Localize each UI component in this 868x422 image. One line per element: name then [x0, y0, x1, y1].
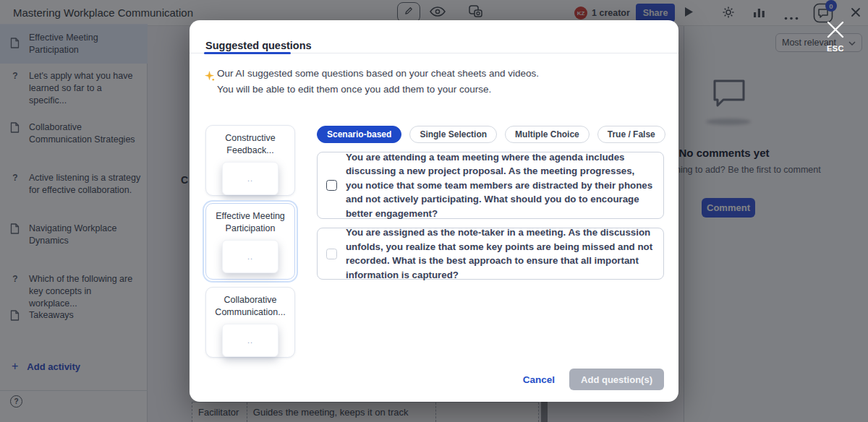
source-card-constructive-feedback[interactable]: Constructive Feedback... ..: [205, 125, 295, 196]
card-thumbnail: ..: [222, 324, 278, 357]
modal-footer: Cancel Add question(s): [523, 369, 664, 390]
cancel-button[interactable]: Cancel: [523, 374, 555, 385]
question-text: You are assigned as the note-taker in a …: [346, 225, 653, 282]
ai-intro-line-2: You will be able to edit them once you a…: [217, 84, 491, 95]
suggested-question-row[interactable]: You are assigned as the note-taker in a …: [317, 228, 664, 280]
question-text: You are attending a team meeting where t…: [346, 150, 653, 221]
tab-active-underline: [204, 52, 291, 54]
ai-intro-line-1: Our AI suggested some questions based on…: [217, 68, 539, 79]
filter-multiple-choice[interactable]: Multiple Choice: [505, 126, 590, 143]
add-questions-button[interactable]: Add question(s): [569, 369, 664, 390]
tab-suggested-questions[interactable]: Suggested questions: [205, 40, 312, 51]
question-checkbox[interactable]: [326, 180, 337, 191]
card-title: Collaborative Communication...: [206, 288, 294, 319]
modal-close-button[interactable]: ESC: [823, 20, 848, 53]
esc-label: ESC: [823, 44, 848, 53]
app-window: Mastering Workplace Communication KZ 1 c…: [0, 0, 868, 422]
suggested-questions-modal: Suggested questions Our AI suggested som…: [190, 20, 678, 402]
suggested-question-row[interactable]: You are attending a team meeting where t…: [317, 152, 664, 219]
source-card-effective-meeting[interactable]: Effective Meeting Participation ..: [205, 203, 295, 280]
card-thumbnail: ..: [222, 162, 278, 195]
question-type-filters: Scenario-based Single Selection Multiple…: [317, 126, 665, 143]
card-title: Constructive Feedback...: [206, 126, 294, 157]
card-title: Effective Meeting Participation: [206, 204, 294, 235]
source-card-collaborative-communication[interactable]: Collaborative Communication... ..: [205, 287, 295, 358]
filter-true-false[interactable]: True / False: [597, 126, 665, 143]
question-checkbox[interactable]: [326, 249, 337, 259]
filter-scenario-based[interactable]: Scenario-based: [317, 126, 401, 143]
filter-single-selection[interactable]: Single Selection: [409, 126, 497, 143]
close-x-icon: [825, 30, 846, 42]
card-thumbnail: ..: [222, 240, 278, 273]
sparkle-icon: [204, 71, 215, 85]
